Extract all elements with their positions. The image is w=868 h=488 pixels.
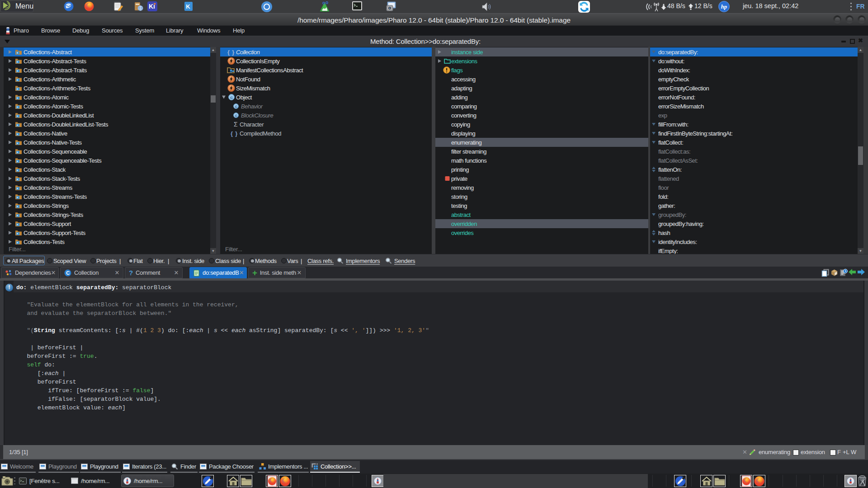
svg-text:K: K (186, 3, 190, 10)
svg-text:C: C (66, 270, 70, 276)
svg-text:C: C (230, 96, 233, 100)
svg-text:C: C (235, 105, 237, 108)
svg-text:hp: hp (721, 3, 727, 10)
svg-text:C: C (235, 114, 237, 117)
